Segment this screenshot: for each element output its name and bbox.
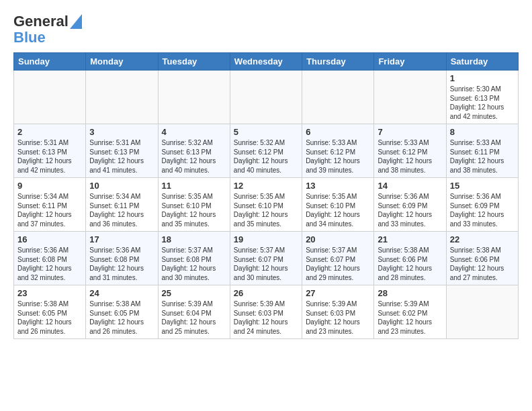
day-number: 20 — [306, 234, 370, 244]
calendar-cell: 12Sunrise: 5:35 AM Sunset: 6:10 PM Dayli… — [230, 178, 302, 232]
day-info: Sunrise: 5:37 AM Sunset: 6:07 PM Dayligh… — [306, 246, 370, 282]
calendar-cell: 9Sunrise: 5:34 AM Sunset: 6:11 PM Daylig… — [14, 178, 86, 232]
day-number: 6 — [306, 127, 370, 137]
logo-text-general: General — [13, 13, 69, 30]
calendar-week-4: 16Sunrise: 5:36 AM Sunset: 6:08 PM Dayli… — [14, 232, 519, 285]
day-number: 28 — [378, 288, 442, 298]
calendar-cell — [374, 71, 446, 124]
day-number: 22 — [450, 234, 515, 244]
day-info: Sunrise: 5:34 AM Sunset: 6:11 PM Dayligh… — [17, 192, 82, 228]
day-number: 16 — [17, 234, 82, 244]
day-info: Sunrise: 5:38 AM Sunset: 6:06 PM Dayligh… — [450, 246, 515, 282]
day-number: 24 — [89, 288, 154, 298]
day-info: Sunrise: 5:31 AM Sunset: 6:13 PM Dayligh… — [89, 138, 154, 175]
day-info: Sunrise: 5:37 AM Sunset: 6:08 PM Dayligh… — [162, 246, 226, 282]
day-number: 17 — [89, 234, 154, 244]
calendar-week-2: 2Sunrise: 5:31 AM Sunset: 6:13 PM Daylig… — [14, 124, 519, 178]
day-number: 3 — [89, 127, 154, 137]
calendar-cell: 16Sunrise: 5:36 AM Sunset: 6:08 PM Dayli… — [14, 232, 86, 285]
svg-marker-0 — [70, 14, 82, 29]
calendar-cell — [14, 71, 86, 124]
day-info: Sunrise: 5:37 AM Sunset: 6:07 PM Dayligh… — [234, 246, 298, 282]
header-tuesday: Tuesday — [158, 53, 230, 71]
day-info: Sunrise: 5:36 AM Sunset: 6:09 PM Dayligh… — [450, 192, 515, 228]
day-info: Sunrise: 5:30 AM Sunset: 6:13 PM Dayligh… — [450, 85, 515, 121]
day-number: 15 — [450, 181, 515, 191]
day-info: Sunrise: 5:39 AM Sunset: 6:04 PM Dayligh… — [162, 300, 226, 336]
calendar-cell: 18Sunrise: 5:37 AM Sunset: 6:08 PM Dayli… — [158, 232, 230, 285]
day-number: 4 — [162, 127, 226, 137]
calendar-cell: 10Sunrise: 5:34 AM Sunset: 6:11 PM Dayli… — [86, 178, 158, 232]
calendar-cell: 25Sunrise: 5:39 AM Sunset: 6:04 PM Dayli… — [158, 285, 230, 339]
calendar-cell — [446, 285, 518, 339]
header-saturday: Saturday — [446, 53, 518, 71]
header-wednesday: Wednesday — [230, 53, 302, 71]
day-info: Sunrise: 5:39 AM Sunset: 6:02 PM Dayligh… — [378, 300, 442, 336]
day-number: 26 — [234, 288, 298, 298]
day-number: 25 — [162, 288, 226, 298]
day-number: 5 — [234, 127, 298, 137]
day-number: 9 — [17, 181, 82, 191]
day-info: Sunrise: 5:32 AM Sunset: 6:13 PM Dayligh… — [162, 138, 226, 175]
logo-text-blue: Blue — [13, 30, 46, 46]
logo-triangle-icon — [70, 14, 82, 29]
calendar-cell: 13Sunrise: 5:35 AM Sunset: 6:10 PM Dayli… — [302, 178, 374, 232]
calendar-cell: 22Sunrise: 5:38 AM Sunset: 6:06 PM Dayli… — [446, 232, 518, 285]
day-info: Sunrise: 5:36 AM Sunset: 6:08 PM Dayligh… — [17, 246, 82, 282]
day-info: Sunrise: 5:33 AM Sunset: 6:12 PM Dayligh… — [306, 138, 370, 175]
calendar-cell: 4Sunrise: 5:32 AM Sunset: 6:13 PM Daylig… — [158, 124, 230, 178]
calendar-cell: 8Sunrise: 5:33 AM Sunset: 6:11 PM Daylig… — [446, 124, 518, 178]
day-info: Sunrise: 5:38 AM Sunset: 6:06 PM Dayligh… — [378, 246, 442, 282]
day-number: 19 — [234, 234, 298, 244]
calendar-cell: 2Sunrise: 5:31 AM Sunset: 6:13 PM Daylig… — [14, 124, 86, 178]
day-number: 7 — [378, 127, 442, 137]
calendar-cell: 21Sunrise: 5:38 AM Sunset: 6:06 PM Dayli… — [374, 232, 446, 285]
calendar-cell: 19Sunrise: 5:37 AM Sunset: 6:07 PM Dayli… — [230, 232, 302, 285]
calendar-cell: 27Sunrise: 5:39 AM Sunset: 6:03 PM Dayli… — [302, 285, 374, 339]
day-info: Sunrise: 5:33 AM Sunset: 6:11 PM Dayligh… — [450, 138, 515, 175]
calendar-week-3: 9Sunrise: 5:34 AM Sunset: 6:11 PM Daylig… — [14, 178, 519, 232]
day-info: Sunrise: 5:38 AM Sunset: 6:05 PM Dayligh… — [17, 300, 82, 336]
calendar-cell: 24Sunrise: 5:38 AM Sunset: 6:05 PM Dayli… — [86, 285, 158, 339]
calendar-header-row: SundayMondayTuesdayWednesdayThursdayFrid… — [14, 53, 519, 71]
calendar-cell: 17Sunrise: 5:36 AM Sunset: 6:08 PM Dayli… — [86, 232, 158, 285]
day-info: Sunrise: 5:31 AM Sunset: 6:13 PM Dayligh… — [17, 138, 82, 175]
calendar-cell: 7Sunrise: 5:33 AM Sunset: 6:12 PM Daylig… — [374, 124, 446, 178]
calendar-cell — [158, 71, 230, 124]
header-thursday: Thursday — [302, 53, 374, 71]
calendar-cell: 15Sunrise: 5:36 AM Sunset: 6:09 PM Dayli… — [446, 178, 518, 232]
calendar-cell: 1Sunrise: 5:30 AM Sunset: 6:13 PM Daylig… — [446, 71, 518, 124]
calendar-cell: 26Sunrise: 5:39 AM Sunset: 6:03 PM Dayli… — [230, 285, 302, 339]
calendar-week-1: 1Sunrise: 5:30 AM Sunset: 6:13 PM Daylig… — [14, 71, 519, 124]
logo: General Blue — [13, 13, 82, 46]
calendar-cell: 11Sunrise: 5:35 AM Sunset: 6:10 PM Dayli… — [158, 178, 230, 232]
day-info: Sunrise: 5:39 AM Sunset: 6:03 PM Dayligh… — [306, 300, 370, 336]
day-number: 11 — [162, 181, 226, 191]
day-info: Sunrise: 5:32 AM Sunset: 6:12 PM Dayligh… — [234, 138, 298, 175]
calendar-week-5: 23Sunrise: 5:38 AM Sunset: 6:05 PM Dayli… — [14, 285, 519, 339]
calendar-cell: 3Sunrise: 5:31 AM Sunset: 6:13 PM Daylig… — [86, 124, 158, 178]
day-info: Sunrise: 5:35 AM Sunset: 6:10 PM Dayligh… — [234, 192, 298, 228]
day-number: 27 — [306, 288, 370, 298]
day-number: 21 — [378, 234, 442, 244]
day-info: Sunrise: 5:36 AM Sunset: 6:09 PM Dayligh… — [378, 192, 442, 228]
day-number: 8 — [450, 127, 515, 137]
day-info: Sunrise: 5:35 AM Sunset: 6:10 PM Dayligh… — [162, 192, 226, 228]
calendar-cell: 28Sunrise: 5:39 AM Sunset: 6:02 PM Dayli… — [374, 285, 446, 339]
day-number: 1 — [450, 73, 515, 83]
day-number: 18 — [162, 234, 226, 244]
day-number: 2 — [17, 127, 82, 137]
calendar-table: SundayMondayTuesdayWednesdayThursdayFrid… — [13, 52, 519, 339]
day-info: Sunrise: 5:33 AM Sunset: 6:12 PM Dayligh… — [378, 138, 442, 175]
day-number: 13 — [306, 181, 370, 191]
day-info: Sunrise: 5:38 AM Sunset: 6:05 PM Dayligh… — [89, 300, 154, 336]
calendar-cell: 5Sunrise: 5:32 AM Sunset: 6:12 PM Daylig… — [230, 124, 302, 178]
header-sunday: Sunday — [14, 53, 86, 71]
day-info: Sunrise: 5:39 AM Sunset: 6:03 PM Dayligh… — [234, 300, 298, 336]
page-header: General Blue — [13, 13, 519, 46]
calendar-cell: 23Sunrise: 5:38 AM Sunset: 6:05 PM Dayli… — [14, 285, 86, 339]
calendar-cell: 20Sunrise: 5:37 AM Sunset: 6:07 PM Dayli… — [302, 232, 374, 285]
calendar-cell — [230, 71, 302, 124]
day-number: 23 — [17, 288, 82, 298]
calendar-cell — [302, 71, 374, 124]
